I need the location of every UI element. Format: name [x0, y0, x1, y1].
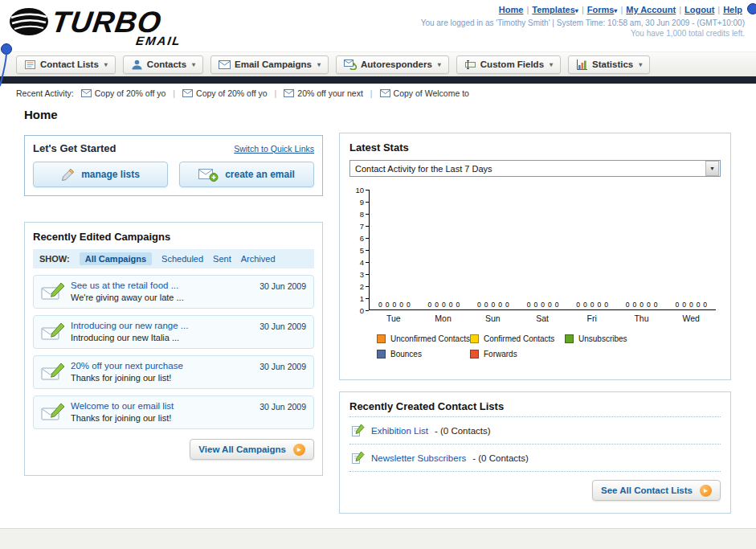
tab-custom-fields[interactable]: Custom Fields▾ — [456, 55, 561, 74]
manage-lists-button[interactable]: manage lists — [33, 162, 168, 187]
x-tick-label: Tue — [369, 313, 419, 323]
chart-value: 0 — [689, 301, 693, 309]
top-link-forms[interactable]: Forms ▾ — [587, 5, 618, 14]
logo-subtext: EMAIL — [135, 34, 182, 47]
contact-list-link[interactable]: Newsletter Subscribers — [371, 453, 466, 463]
create-email-icon — [198, 167, 219, 182]
separator: | — [620, 5, 623, 14]
list-edit-icon — [351, 424, 365, 437]
recent-activity-bar: Recent Activity: Copy of 20% off yo|Copy… — [0, 84, 756, 103]
filter-sent[interactable]: Sent — [213, 254, 231, 264]
envelope-icon — [81, 89, 92, 97]
campaign-edit-icon — [41, 363, 65, 384]
header-right: Home|Templates ▾|Forms ▾|My Account|Logo… — [421, 5, 745, 38]
get-started-buttons: manage lists create an email — [33, 162, 314, 187]
chart-value: 0 — [386, 301, 390, 309]
legend-item: Confirmed Contacts — [470, 334, 565, 343]
legend-item: Unsubscribes — [565, 334, 721, 343]
chart-value: 0 — [492, 301, 496, 309]
campaign-date: 30 Jun 2009 — [259, 281, 306, 291]
see-all-contact-lists-button[interactable]: See All Contact Lists ► — [592, 480, 721, 501]
x-tick-label: Sat — [517, 313, 567, 323]
contact-list-count: - (0 Contacts) — [435, 426, 491, 436]
footer — [0, 528, 756, 549]
campaign-row: Introducing our new range ...Introducing… — [33, 315, 314, 349]
chart-value: 0 — [682, 301, 686, 309]
view-all-campaigns-label: View All Campaigns — [198, 445, 286, 454]
tab-contact-lists[interactable]: Contact Lists▾ — [16, 55, 116, 74]
top-link-my-account[interactable]: My Account — [626, 5, 676, 14]
chart-value: 0 — [597, 301, 601, 309]
contact-list-row: Newsletter Subscribers - (0 Contacts) — [349, 444, 721, 471]
recent-activity-item[interactable]: Copy of 20% off yo — [182, 88, 268, 98]
campaign-link[interactable]: Welcome to our email list — [71, 401, 246, 411]
recent-activity-item[interactable]: 20% off your next — [284, 88, 363, 98]
manage-lists-label: manage lists — [81, 169, 140, 180]
chart-value: 0 — [435, 301, 439, 309]
switch-quick-links-link[interactable]: Switch to Quick Links — [234, 144, 314, 154]
chart-value: 0 — [505, 301, 509, 309]
campaign-row: Welcome to our email listThanks for join… — [33, 395, 314, 429]
get-started-title: Let's Get Started — [33, 142, 116, 154]
get-started-panel: Let's Get Started Switch to Quick Links … — [24, 135, 323, 196]
recent-activity-label: Recent Activity: — [16, 88, 74, 98]
envelope-icon — [380, 89, 390, 97]
legend-item: Unconfirmed Contacts — [377, 334, 470, 343]
filter-scheduled[interactable]: Scheduled — [161, 254, 203, 264]
chevron-down-icon: ▾ — [614, 7, 617, 14]
chart-value: 0 — [456, 301, 460, 309]
stats-period-select[interactable]: Contact Activity for the Last 7 Days ▼ — [349, 160, 721, 177]
tab-email-campaigns[interactable]: Email Campaigns▾ — [210, 55, 329, 74]
chart-value: 0 — [533, 301, 537, 309]
top-link-help[interactable]: Help — [723, 5, 742, 14]
campaign-link[interactable]: Introducing our new range ... — [71, 321, 246, 330]
contact-list-row: Exhibition List - (0 Contacts) — [349, 416, 721, 444]
tab-statistics[interactable]: Statistics▾ — [568, 55, 650, 74]
chart-value-group: 00000 — [518, 190, 568, 309]
separator: | — [679, 5, 681, 14]
dropdown-arrow-icon: ▼ — [705, 161, 719, 176]
campaign-link[interactable]: 20% off your next purchase — [71, 361, 246, 371]
legend-swatch — [470, 350, 479, 358]
separator: | — [370, 88, 373, 98]
list-edit-icon — [351, 451, 365, 465]
campaign-row: 20% off your next purchaseThanks for joi… — [33, 355, 314, 389]
tab-label: Email Campaigns — [235, 59, 312, 69]
chart-plot: 00000000000000000000000000000000000 — [369, 190, 716, 310]
chevron-down-icon: ▾ — [550, 61, 553, 68]
nav-tabs: Contact Lists▾Contacts▾Email Campaigns▾A… — [0, 51, 756, 76]
view-all-campaigns-button[interactable]: View All Campaigns ► — [190, 439, 314, 460]
chart-legend: Unconfirmed ContactsConfirmed ContactsUn… — [377, 334, 721, 358]
recent-activity-item[interactable]: Copy of 20% off yo — [81, 88, 166, 98]
chart-value: 0 — [675, 301, 679, 309]
campaign-subject: Introducing our new Italia ... — [71, 333, 246, 342]
campaign-link[interactable]: See us at the retail food ... — [71, 281, 246, 290]
chart-value: 0 — [654, 301, 658, 309]
tab-contacts[interactable]: Contacts▾ — [123, 55, 203, 74]
chart-value: 0 — [407, 301, 411, 309]
contact-list-link[interactable]: Exhibition List — [371, 426, 428, 436]
campaign-date: 30 Jun 2009 — [259, 322, 306, 331]
campaigns-title: Recently Edited Campaigns — [33, 231, 314, 243]
chevron-down-icon: ▾ — [317, 61, 321, 68]
campaign-subject: Thanks for joining our list! — [71, 373, 246, 383]
chart-value: 0 — [576, 301, 580, 309]
top-link-templates[interactable]: Templates ▾ — [532, 5, 578, 14]
chart-x-labels: TueMonSunSatFriThuWed — [369, 310, 716, 323]
filter-archived[interactable]: Archived — [241, 254, 276, 264]
envelope-icon — [182, 89, 193, 97]
top-link-logout[interactable]: Logout — [684, 5, 714, 14]
separator: | — [526, 5, 529, 14]
legend-label: Unconfirmed Contacts — [390, 334, 470, 343]
logo-graphic: TURBO EMAIL — [6, 2, 217, 47]
email-campaigns-icon — [219, 60, 231, 69]
recent-activity-item[interactable]: Copy of Welcome to — [380, 88, 469, 98]
filter-all-campaigns[interactable]: All Campaigns — [80, 252, 152, 265]
top-links: Home|Templates ▾|Forms ▾|My Account|Logo… — [421, 5, 745, 14]
tab-autoresponders[interactable]: Autoresponders▾ — [336, 55, 449, 74]
chart-value: 0 — [378, 301, 382, 309]
create-email-button[interactable]: create an email — [179, 162, 314, 187]
contact-list-count: - (0 Contacts) — [472, 453, 529, 463]
header: TURBO EMAIL Home|Templates ▾|Forms ▾|My … — [0, 0, 756, 51]
top-link-home[interactable]: Home — [499, 5, 524, 14]
